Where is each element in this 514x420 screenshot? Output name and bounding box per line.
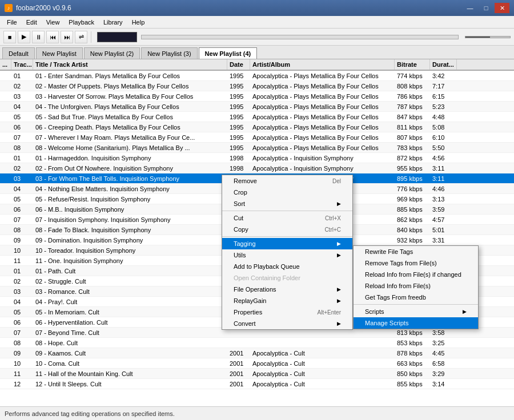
ctx-remove[interactable]: Remove Del [222, 175, 352, 187]
track-cell-idx [0, 235, 11, 245]
progress-bar[interactable] [141, 35, 459, 39]
track-cell-idx [0, 307, 11, 317]
ctx-replaygain[interactable]: ReplayGain ▶ [222, 295, 352, 306]
col-hdr-bitrate[interactable]: Bitrate [395, 59, 430, 70]
track-cell-num: 01 [11, 153, 33, 163]
track-cell-num: 12 [11, 379, 33, 389]
next-button[interactable]: ⏭ [61, 31, 73, 43]
ctx-sort[interactable]: Sort ▶ [222, 198, 352, 209]
ctx-file-ops-label: File Operations [234, 286, 276, 293]
track-row[interactable]: 08 08 - Welcome Home (Sanitarium). Plays… [0, 143, 514, 153]
track-cell-num: 03 [11, 173, 33, 183]
ctx-file-ops-arrow: ▶ [337, 286, 341, 292]
track-row[interactable]: 01 01 - Harmageddon. Inquisition Symphon… [0, 153, 514, 163]
menu-file[interactable]: File [2, 16, 22, 28]
close-button[interactable]: ✕ [495, 3, 509, 13]
track-cell-idx [0, 286, 11, 296]
stop-button[interactable]: ■ [3, 31, 16, 43]
track-cell-title: 06 - Creeping Death. Plays Metallica By … [33, 122, 227, 132]
tab-new-playlist-2[interactable]: New Playlist (2) [84, 47, 140, 59]
menu-playback[interactable]: Playback [64, 16, 99, 28]
track-cell-idx [0, 225, 11, 235]
track-row[interactable]: 02 02 - From Out Of Nowhere. Inquisition… [0, 163, 514, 173]
track-row[interactable]: 06 06 - Creeping Death. Plays Metallica … [0, 122, 514, 132]
menu-library[interactable]: Library [99, 16, 127, 28]
col-hdr-album[interactable]: Artist/Album [250, 59, 395, 70]
track-cell-album: Apocalyptica - Plays Metallica By Four C… [250, 132, 395, 142]
maximize-button[interactable]: □ [479, 3, 493, 13]
track-cell-bitrate: 663 kbps [395, 358, 430, 368]
track-cell-bitrate: 811 kbps [395, 122, 430, 132]
track-cell-idx [0, 317, 11, 327]
track-row[interactable]: 10 10 - Coma. Cult 2001 Apocalyptica - C… [0, 358, 514, 369]
ctx-manage-scripts-label: Manage Scripts [365, 320, 408, 326]
ctx-crop[interactable]: Crop [222, 187, 352, 198]
ctx-cut[interactable]: Cut Ctrl+X [222, 212, 352, 224]
ctx-scripts[interactable]: Scripts ▶ [354, 306, 478, 317]
track-row[interactable]: 07 07 - Wherever I May Roam. Plays Metal… [0, 132, 514, 143]
track-row[interactable]: 09 09 - Kaamos. Cult 2001 Apocalyptica -… [0, 348, 514, 358]
track-cell-duration: 3:11 [430, 163, 457, 173]
track-row[interactable]: 11 11 - Hall of the Mountain King. Cult … [0, 369, 514, 379]
track-cell-duration: 7:17 [430, 81, 457, 91]
track-cell-duration: 3:59 [430, 204, 457, 214]
track-row[interactable]: 02 02 - Master Of Puppets. Plays Metalli… [0, 81, 514, 91]
tab-new-playlist-1[interactable]: New Playlist [36, 47, 83, 59]
track-cell-idx [0, 122, 11, 132]
track-cell-idx [0, 338, 11, 348]
menu-edit[interactable]: Edit [22, 16, 42, 28]
ctx-utils[interactable]: Utils ▶ [222, 249, 352, 261]
col-hdr-duration[interactable]: Durat... [430, 59, 457, 70]
toolbar-separator [91, 31, 91, 43]
ctx-get-tags-freedb[interactable]: Get Tags From freedb [354, 292, 478, 303]
ctx-utils-label: Utils [234, 252, 246, 259]
ctx-reload-info-changed[interactable]: Reload Info from File(s) if changed [354, 269, 478, 280]
track-cell-bitrate: 787 kbps [395, 102, 430, 111]
track-row[interactable]: 12 12 - Until It Sleeps. Cult 2001 Apoca… [0, 379, 514, 389]
menu-view[interactable]: View [42, 16, 65, 28]
tab-default[interactable]: Default [2, 47, 35, 59]
pause-button[interactable]: ⏸ [32, 31, 45, 43]
ctx-copy[interactable]: Copy Ctrl+C [222, 224, 352, 235]
random-button[interactable]: ⇌ [75, 31, 87, 43]
ctx-tagging-arrow: ▶ [337, 241, 341, 247]
tab-new-playlist-4[interactable]: New Playlist (4) [199, 47, 258, 59]
col-hdr-date[interactable]: Date [227, 59, 250, 70]
ctx-rewrite-tags[interactable]: Rewrite File Tags [354, 246, 478, 257]
track-cell-title: 04 - The Unforgiven. Plays Metallica By … [33, 102, 227, 111]
track-cell-idx [0, 266, 11, 276]
ctx-tagging[interactable]: Tagging ▶ [222, 238, 352, 249]
track-cell-num: 11 [11, 369, 33, 378]
prev-button[interactable]: ⏮ [46, 31, 59, 43]
track-cell-idx [0, 276, 11, 286]
volume-slider[interactable] [465, 36, 511, 38]
track-cell-idx [0, 173, 11, 183]
ctx-convert[interactable]: Convert ▶ [222, 318, 352, 329]
ctx-remove-tags[interactable]: Remove Tags from File(s) [354, 257, 478, 269]
track-row[interactable]: 05 05 - Sad But True. Plays Metallica By… [0, 112, 514, 122]
track-cell-title: 01 - Enter Sandman. Plays Metallica By F… [33, 71, 227, 80]
ctx-manage-scripts[interactable]: Manage Scripts [354, 317, 478, 329]
track-row[interactable]: 03 03 - Harvester Of Sorrow. Plays Metal… [0, 91, 514, 102]
col-hdr-track[interactable]: Trac... [11, 59, 33, 70]
column-headers: ... Trac... Title / Track Artist Date Ar… [0, 59, 514, 71]
ctx-reload-info[interactable]: Reload Info from File(s) [354, 280, 478, 292]
track-cell-num: 10 [11, 358, 33, 368]
tab-new-playlist-3[interactable]: New Playlist (3) [141, 47, 197, 59]
track-cell-duration: 4:48 [430, 112, 457, 122]
minimize-button[interactable]: — [463, 3, 477, 13]
track-row[interactable]: 04 04 - The Unforgiven. Plays Metallica … [0, 102, 514, 112]
track-cell-num: 05 [11, 112, 33, 122]
track-row[interactable]: 08 08 - Hope. Cult 853 kbps 3:25 [0, 338, 514, 348]
ctx-file-operations[interactable]: File Operations ▶ [222, 284, 352, 295]
track-cell-album: Apocalyptica - Cult [250, 348, 395, 358]
play-button[interactable]: ▶ [18, 31, 30, 43]
track-row[interactable]: 01 01 - Enter Sandman. Plays Metallica B… [0, 71, 514, 81]
col-hdr-title[interactable]: Title / Track Artist [33, 59, 227, 70]
ctx-properties[interactable]: Properties Alt+Enter [222, 306, 352, 318]
ctx-add-playback[interactable]: Add to Playback Queue [222, 261, 352, 272]
track-cell-bitrate: 786 kbps [395, 91, 430, 101]
menu-help[interactable]: Help [127, 16, 150, 28]
track-cell-num: 04 [11, 102, 33, 111]
col-hdr-idx[interactable]: ... [0, 59, 11, 70]
